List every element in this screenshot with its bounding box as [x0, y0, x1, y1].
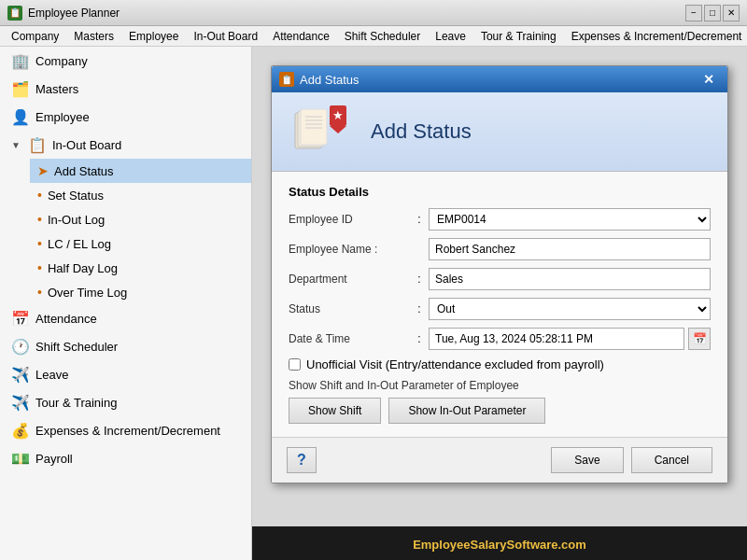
help-button[interactable]: ?	[287, 447, 317, 473]
status-control: Out In	[429, 298, 711, 320]
sidebar-item-masters[interactable]: 🗂️ Masters	[0, 75, 251, 103]
sidebar-item-company[interactable]: 🏢 Company	[0, 47, 251, 75]
tour-icon: ✈️	[11, 393, 30, 412]
menu-inout[interactable]: In-Out Board	[186, 28, 265, 45]
menu-expenses[interactable]: Expenses & Increment/Decrement	[564, 28, 747, 45]
content-area: 📋 Add Status ✕	[252, 47, 747, 560]
sidebar-halfday-label: Half Day Log	[48, 261, 118, 275]
app-icon: 📋	[7, 6, 22, 21]
department-input[interactable]	[429, 268, 711, 290]
show-shift-title: Show Shift and In-Out Parameter of Emplo…	[289, 379, 711, 392]
close-button[interactable]: ✕	[723, 5, 740, 21]
employee-name-input[interactable]	[429, 238, 711, 260]
sidebar-item-employee[interactable]: 👤 Employee	[0, 103, 251, 131]
sidebar-lcel-log-label: LC / EL Log	[48, 237, 111, 251]
sidebar-leave-label: Leave	[35, 368, 68, 382]
bottom-banner: EmployeeSalarySoftware.com	[252, 526, 747, 560]
dialog-close-button[interactable]: ✕	[698, 70, 720, 89]
unofficial-visit-row: Unofficial Visit (Entry/attendance exclu…	[289, 357, 711, 371]
header-book-icon: ★	[290, 104, 356, 160]
dialog-title-left: 📋 Add Status	[279, 72, 359, 87]
leave-icon: ✈️	[11, 365, 30, 384]
unofficial-visit-checkbox[interactable]	[289, 358, 301, 371]
menu-tour[interactable]: Tour & Training	[473, 28, 564, 45]
menu-leave[interactable]: Leave	[428, 28, 473, 45]
unofficial-visit-label: Unofficial Visit (Entry/attendance exclu…	[306, 357, 604, 371]
dialog-overlay: 📋 Add Status ✕	[252, 47, 747, 560]
maximize-button[interactable]: □	[704, 5, 721, 21]
halfday-arrow-icon: •	[37, 260, 42, 275]
attendance-icon: 📅	[11, 309, 30, 328]
datetime-input[interactable]	[429, 328, 684, 350]
cancel-button[interactable]: Cancel	[631, 447, 712, 473]
section-title: Status Details	[289, 185, 711, 199]
sidebar-item-inout[interactable]: ▼ 📋 In-Out Board	[0, 131, 251, 159]
department-colon: :	[410, 273, 429, 286]
menu-attendance[interactable]: Attendance	[265, 28, 337, 45]
datetime-row: Date & Time : 📅	[289, 328, 711, 350]
banner-text: EmployeeSalarySoftware.com	[413, 534, 586, 553]
dialog-title-text: Add Status	[300, 73, 359, 87]
main-layout: 🏢 Company 🗂️ Masters 👤 Employee ▼ 📋 In-O…	[0, 47, 747, 560]
title-bar-left: 📋 Employee Planner	[7, 6, 120, 21]
department-control	[429, 268, 711, 290]
sidebar-item-lcel-log[interactable]: • LC / EL Log	[30, 231, 251, 256]
show-shift-button[interactable]: Show Shift	[289, 398, 381, 424]
add-status-arrow-icon: ➤	[37, 163, 49, 178]
show-shift-section: Show Shift and In-Out Parameter of Emplo…	[289, 379, 711, 424]
window-controls: − □ ✕	[685, 5, 740, 21]
datetime-control: 📅	[429, 328, 711, 350]
employee-id-select[interactable]: EMP0014	[429, 208, 711, 231]
sidebar-item-expenses[interactable]: 💰 Expenses & Increment/Decrement	[0, 416, 251, 444]
minimize-button[interactable]: −	[685, 5, 702, 21]
sidebar-add-status-label: Add Status	[54, 164, 114, 178]
menu-masters[interactable]: Masters	[66, 28, 121, 45]
sidebar-inout-label: In-Out Board	[52, 138, 121, 152]
sidebar-item-payroll[interactable]: 💵 Payroll	[0, 444, 251, 472]
overtime-arrow-icon: •	[37, 285, 42, 300]
footer-right: Save Cancel	[551, 447, 712, 473]
status-label: Status	[289, 302, 410, 315]
sidebar-item-attendance[interactable]: 📅 Attendance	[0, 304, 251, 332]
sidebar-item-shift[interactable]: 🕐 Shift Scheduler	[0, 332, 251, 360]
banner-end: Software.com	[507, 538, 586, 552]
sidebar-shift-label: Shift Scheduler	[35, 340, 118, 354]
dialog-title-icon: 📋	[279, 72, 294, 87]
sidebar-item-halfday-log[interactable]: • Half Day Log	[30, 256, 251, 280]
add-status-dialog: 📋 Add Status ✕	[271, 65, 728, 483]
svg-rect-2	[301, 109, 327, 145]
sidebar-item-leave[interactable]: ✈️ Leave	[0, 360, 251, 388]
footer-left: ?	[287, 447, 317, 473]
employee-name-row: Employee Name :	[289, 238, 711, 260]
sidebar-item-inout-log[interactable]: • In-Out Log	[30, 207, 251, 231]
save-button[interactable]: Save	[551, 447, 623, 473]
sidebar-inout-log-label: In-Out Log	[48, 213, 105, 227]
dialog-header-title: Add Status	[371, 119, 472, 144]
employee-name-control	[429, 238, 711, 260]
sidebar-item-add-status[interactable]: ➤ Add Status	[30, 159, 251, 183]
tree-arrow-icon: ▼	[11, 140, 21, 150]
dialog-title-bar: 📋 Add Status ✕	[272, 66, 727, 92]
sidebar-item-set-status[interactable]: • Set Status	[30, 183, 251, 207]
company-icon: 🏢	[11, 51, 30, 70]
datetime-picker-button[interactable]: 📅	[688, 328, 711, 350]
status-select[interactable]: Out In	[429, 298, 711, 320]
show-inout-parameter-button[interactable]: Show In-Out Parameter	[388, 398, 545, 424]
menu-shift[interactable]: Shift Scheduler	[337, 28, 428, 45]
sidebar-item-overtime-log[interactable]: • Over Time Log	[30, 280, 251, 304]
employee-id-control: EMP0014	[429, 208, 711, 231]
app-title: Employee Planner	[28, 7, 120, 20]
menu-employee[interactable]: Employee	[121, 28, 186, 45]
sidebar-item-tour[interactable]: ✈️ Tour & Training	[0, 388, 251, 416]
payroll-icon: 💵	[11, 449, 30, 468]
sidebar: 🏢 Company 🗂️ Masters 👤 Employee ▼ 📋 In-O…	[0, 47, 252, 560]
employee-name-label: Employee Name :	[289, 243, 410, 256]
status-row: Status : Out In	[289, 298, 711, 320]
employee-icon: 👤	[11, 107, 30, 126]
sidebar-payroll-label: Payroll	[35, 452, 73, 466]
sidebar-attendance-label: Attendance	[35, 312, 97, 326]
masters-icon: 🗂️	[11, 79, 30, 98]
menu-company[interactable]: Company	[4, 28, 66, 45]
sidebar-masters-label: Masters	[35, 82, 78, 96]
datetime-input-row: 📅	[429, 328, 711, 350]
